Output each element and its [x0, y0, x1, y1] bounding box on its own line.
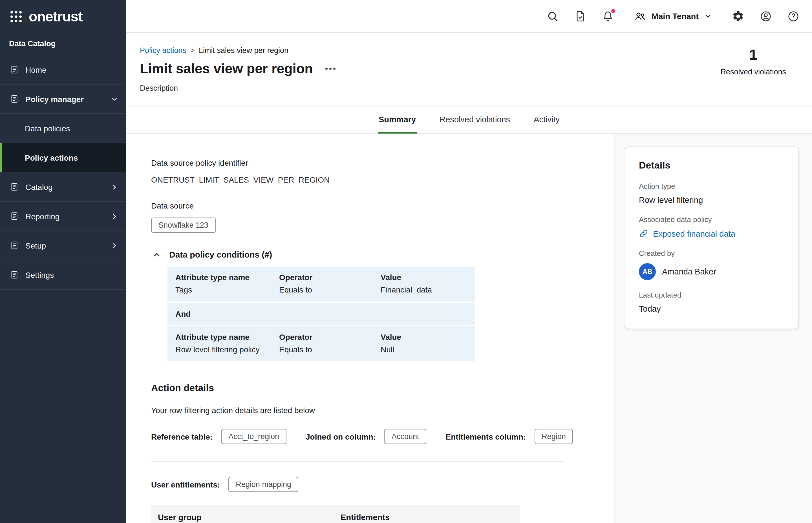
condition-col-value: Value	[381, 273, 467, 282]
tab-resolved-violations[interactable]: Resolved violations	[438, 107, 511, 133]
condition-value: Financial_data	[381, 285, 467, 294]
entitlements-column-label: Entitlements column:	[445, 432, 526, 441]
sidebar-item-catalog[interactable]: Catalog	[0, 173, 126, 202]
sidebar-item-policy-actions[interactable]: Policy actions	[0, 143, 126, 173]
condition-row: Attribute type name Operator Value Tags …	[167, 267, 475, 302]
breadcrumb-parent-link[interactable]: Policy actions	[140, 46, 187, 55]
conditions-section-title: Data policy conditions (#)	[169, 250, 272, 259]
summary-tab-content: Data source policy identifier ONETRUST_L…	[126, 133, 812, 523]
main-content: Policy actions > Limit sales view per re…	[126, 33, 812, 523]
product-title: Data Catalog	[0, 33, 126, 55]
help-icon[interactable]	[787, 10, 799, 22]
search-icon[interactable]	[547, 10, 559, 22]
document-icon	[10, 211, 19, 221]
data-source-label: Data source	[151, 201, 564, 210]
action-details-subtitle: Your row filtering action details are li…	[151, 406, 564, 415]
condition-col-operator: Operator	[279, 332, 381, 342]
action-details-fields: Reference table: Acct_to_region Joined o…	[151, 429, 564, 444]
associated-policy-label: Associated data policy	[639, 215, 785, 224]
sidebar-item-label: Home	[25, 65, 47, 74]
notification-dot	[612, 9, 616, 13]
chevron-right-icon	[110, 183, 119, 191]
condition-value: Null	[381, 345, 467, 354]
tab-activity[interactable]: Activity	[533, 107, 561, 133]
details-panel-title: Details	[639, 160, 785, 171]
policy-identifier-label: Data source policy identifier	[151, 158, 564, 167]
sidebar-item-setup[interactable]: Setup	[0, 231, 126, 260]
stat-value: 1	[720, 46, 786, 64]
joined-on-column-label: Joined on column:	[306, 432, 376, 441]
divider	[151, 461, 564, 462]
sidebar-item-reporting[interactable]: Reporting	[0, 202, 126, 231]
stat-label: Resolved violations	[720, 68, 786, 76]
entitlements-column-chip: Region	[534, 429, 573, 444]
chevron-right-icon	[110, 212, 119, 220]
tenant-switcher[interactable]: Main Tenant	[634, 10, 712, 22]
conditions-table: Attribute type name Operator Value Tags …	[167, 267, 475, 361]
avatar: AB	[639, 263, 656, 280]
resolved-violations-stat: 1 Resolved violations	[720, 46, 786, 76]
associated-policy-link[interactable]: Exposed financial data	[639, 229, 785, 238]
condition-row: Attribute type name Operator Value Row l…	[167, 326, 475, 361]
people-icon	[634, 10, 647, 22]
sidebar-item-label: Catalog	[25, 182, 53, 191]
policy-identifier-value: ONETRUST_LIMIT_SALES_VIEW_PER_REGION	[151, 175, 564, 184]
associated-policy-link-text: Exposed financial data	[653, 229, 735, 238]
condition-col-value: Value	[381, 332, 467, 342]
sidebar-item-label: Policy manager	[25, 94, 84, 104]
sidebar-item-label: Settings	[25, 270, 54, 279]
sidebar-item-label: Reporting	[25, 212, 59, 221]
document-icon	[10, 94, 19, 104]
condition-operator: Equals to	[279, 345, 381, 354]
sidebar-item-settings[interactable]: Settings	[0, 260, 126, 290]
reference-table-chip: Acct_to_region	[221, 429, 286, 444]
condition-attribute: Tags	[175, 285, 279, 294]
more-options-icon[interactable]	[324, 64, 337, 73]
user-entitlements-chip: Region mapping	[228, 477, 299, 492]
sidebar-item-data-policies[interactable]: Data policies	[0, 114, 126, 143]
conditions-section-toggle[interactable]: Data policy conditions (#)	[152, 250, 564, 259]
condition-connector: And	[167, 303, 475, 325]
brand-wordmark: onetrust	[29, 9, 82, 23]
sidebar-item-policy-manager[interactable]: Policy manager	[0, 85, 126, 114]
joined-on-column-chip: Account	[384, 429, 427, 444]
notification-bell-icon[interactable]	[602, 10, 614, 22]
account-icon[interactable]	[760, 10, 772, 22]
action-type-label: Action type	[639, 182, 785, 191]
document-check-icon[interactable]	[574, 10, 587, 22]
reference-table-label: Reference table:	[151, 432, 213, 441]
app-grid-icon[interactable]	[9, 9, 23, 23]
brand-logo[interactable]: onetrust	[0, 0, 126, 33]
condition-operator: Equals to	[279, 285, 381, 294]
chevron-down-icon	[110, 95, 119, 103]
last-updated-value: Today	[639, 304, 785, 313]
tenant-label: Main Tenant	[652, 12, 699, 21]
summary-column: Data source policy identifier ONETRUST_L…	[151, 133, 564, 523]
chevron-down-icon	[704, 12, 712, 20]
last-updated-label: Last updated	[639, 291, 785, 299]
user-group-table-header: User group Entitlements	[151, 505, 520, 523]
page-title: Limit sales view per region	[140, 61, 313, 76]
tab-summary[interactable]: Summary	[377, 107, 417, 133]
page-header: Policy actions > Limit sales view per re…	[126, 33, 812, 107]
sidebar: onetrust Data Catalog Home Policy manage…	[0, 0, 126, 523]
topbar: Main Tenant	[126, 0, 812, 33]
sidebar-nav: Home Policy manager Data policies Policy…	[0, 55, 126, 290]
action-details-title: Action details	[151, 383, 564, 394]
user-group-column-header: User group	[158, 513, 340, 522]
document-icon	[10, 182, 19, 192]
breadcrumb-current: Limit sales view per region	[199, 46, 288, 55]
user-entitlements-label: User entitlements:	[151, 480, 220, 489]
sidebar-item-home[interactable]: Home	[0, 55, 126, 85]
entitlements-column-header: Entitlements	[340, 513, 520, 522]
breadcrumb-separator: >	[190, 46, 195, 55]
chevron-up-icon	[152, 250, 161, 259]
created-by-label: Created by	[639, 249, 785, 257]
app-window: onetrust Data Catalog Home Policy manage…	[0, 0, 812, 523]
document-icon	[10, 65, 19, 74]
chevron-right-icon	[110, 241, 119, 249]
gear-icon[interactable]	[732, 10, 744, 22]
link-icon	[639, 229, 649, 238]
condition-col-attribute: Attribute type name	[175, 332, 279, 342]
breadcrumb: Policy actions > Limit sales view per re…	[140, 46, 798, 55]
